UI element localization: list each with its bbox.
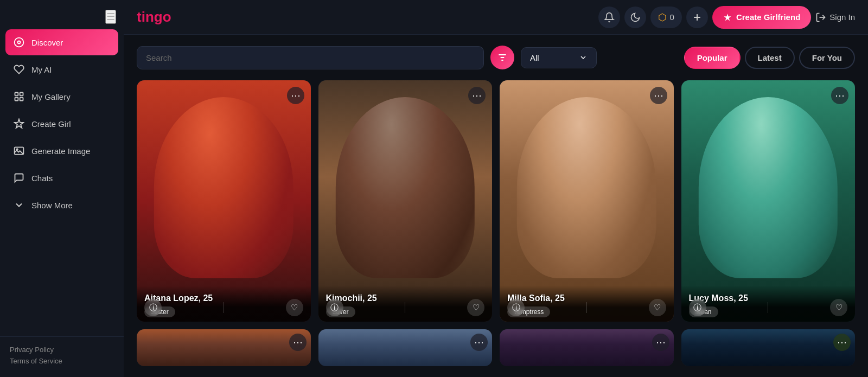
signin-button[interactable]: Sign In [815, 12, 855, 23]
card-more-button-8[interactable]: ⋯ [833, 334, 851, 351]
sort-tab-latest[interactable]: Latest [745, 47, 795, 69]
card-divider-2 [405, 302, 405, 313]
sidebar-item-chats[interactable]: Chats [5, 165, 118, 191]
svg-point-0 [15, 38, 24, 47]
sidebar-footer: Privacy Policy Terms of Service [0, 336, 124, 377]
sidebar-item-show-more[interactable]: Show More [5, 192, 118, 218]
card-bg-5 [137, 329, 311, 366]
svg-point-1 [18, 41, 21, 44]
card-more-button-6[interactable]: ⋯ [470, 334, 488, 351]
sidebar-item-label: My Gallery [31, 92, 71, 101]
signin-label: Sign In [829, 12, 855, 22]
terms-of-service-link[interactable]: Terms of Service [10, 357, 114, 365]
add-button[interactable] [686, 7, 708, 28]
card-more-button-4[interactable]: ⋯ [831, 87, 848, 104]
sparkle-icon [13, 118, 25, 130]
sidebar-item-label: Discover [31, 38, 63, 47]
create-girlfriend-label: Create Girlfriend [736, 12, 800, 22]
svg-rect-2 [15, 93, 18, 96]
card-7[interactable]: ⋯ [500, 329, 674, 366]
logo-text: ingo [142, 9, 171, 25]
sidebar-item-my-ai[interactable]: My AI [5, 56, 118, 82]
search-row: All Popular Latest For You [137, 46, 855, 69]
search-box [137, 46, 484, 69]
sort-tab-for-you[interactable]: For You [799, 47, 855, 69]
privacy-policy-link[interactable]: Privacy Policy [10, 346, 114, 354]
sidebar-item-label: Chats [31, 174, 53, 183]
card-kimochii[interactable]: ⋯ Kimochii, 25 Lover ⓘ ♡ [318, 80, 493, 322]
logo: tingo [137, 9, 171, 25]
card-bg-7 [500, 329, 674, 366]
logo-highlight: t [137, 9, 142, 25]
card-more-button-2[interactable]: ⋯ [468, 87, 486, 104]
card-grid: ⋯ Aitana Lopez, 25 Jester ⓘ ♡ ⋯ [137, 80, 855, 366]
card-milla-sofia[interactable]: ⋯ Milla Sofia, 25 Temptress ⓘ ♡ [500, 80, 674, 322]
svg-rect-5 [20, 98, 23, 101]
coin-icon: ⬡ [658, 11, 667, 23]
card-heart-button-3[interactable]: ♡ [649, 299, 666, 316]
card-figure-1 [154, 97, 293, 278]
category-dropdown[interactable]: All [521, 47, 597, 68]
card-actions-4: ⓘ ♡ [681, 293, 856, 322]
card-more-button-7[interactable]: ⋯ [652, 334, 669, 351]
sort-tabs: Popular Latest For You [684, 47, 855, 69]
card-heart-button-4[interactable]: ♡ [830, 299, 847, 316]
coin-count: 0 [670, 12, 674, 22]
topbar-icons: ⬡ 0 Create Girlfriend Sig [598, 6, 855, 29]
chat-icon [13, 172, 25, 184]
create-girlfriend-button[interactable]: Create Girlfriend [712, 6, 811, 29]
card-more-button-5[interactable]: ⋯ [289, 334, 307, 351]
card-bg-6 [318, 329, 493, 366]
sidebar-item-label: Show More [31, 201, 73, 210]
card-actions-2: ⓘ ♡ [318, 293, 493, 322]
card-divider-3 [586, 302, 587, 313]
main-area: tingo ⬡ 0 [124, 0, 868, 377]
sidebar-item-label: Generate Image [31, 146, 90, 156]
card-actions-3: ⓘ ♡ [500, 293, 674, 322]
sidebar-item-label: Create Girl [31, 119, 71, 129]
sidebar-nav: Discover My AI My Gallery [0, 29, 124, 336]
card-info-button-3[interactable]: ⓘ [507, 299, 525, 316]
card-heart-button-1[interactable]: ♡ [286, 299, 303, 316]
filter-button[interactable] [490, 46, 514, 69]
card-actions-1: ⓘ ♡ [137, 293, 311, 322]
content-area: All Popular Latest For You ⋯ [124, 35, 868, 377]
theme-button[interactable] [624, 7, 646, 28]
sidebar-item-create-girl[interactable]: Create Girl [5, 111, 118, 137]
card-6[interactable]: ⋯ [318, 329, 493, 366]
card-lucy-moss[interactable]: ⋯ Lucy Moss, 25 Mean ⓘ ♡ [681, 80, 856, 322]
card-figure-3 [517, 97, 656, 278]
svg-rect-4 [15, 98, 18, 101]
gallery-icon [13, 91, 25, 103]
card-figure-4 [699, 97, 838, 278]
card-more-button-1[interactable]: ⋯ [287, 87, 304, 104]
card-info-button-2[interactable]: ⓘ [326, 299, 343, 316]
card-info-button-4[interactable]: ⓘ [689, 299, 706, 316]
svg-point-7 [16, 149, 18, 150]
sidebar-item-label: My AI [31, 65, 52, 74]
search-input[interactable] [137, 46, 484, 69]
sidebar-top: ☰ [0, 0, 124, 29]
sort-tab-popular[interactable]: Popular [684, 47, 741, 69]
card-info-button-1[interactable]: ⓘ [144, 299, 162, 316]
card-aitana-lopez[interactable]: ⋯ Aitana Lopez, 25 Jester ⓘ ♡ [137, 80, 311, 322]
chevron-down-icon [13, 199, 25, 211]
category-label: All [530, 53, 539, 62]
card-bg-8 [681, 329, 856, 366]
svg-rect-3 [20, 93, 23, 96]
topbar: tingo ⬡ 0 [124, 0, 868, 35]
sidebar-item-discover[interactable]: Discover [5, 29, 118, 55]
sidebar-item-my-gallery[interactable]: My Gallery [5, 84, 118, 110]
card-5[interactable]: ⋯ [137, 329, 311, 366]
coins-button[interactable]: ⬡ 0 [650, 7, 682, 28]
card-heart-button-2[interactable]: ♡ [467, 299, 484, 316]
hamburger-button[interactable]: ☰ [105, 10, 116, 24]
image-gen-icon [13, 145, 25, 157]
card-8[interactable]: ⋯ [681, 329, 856, 366]
sidebar: ☰ Discover My AI [0, 0, 124, 377]
card-divider-1 [224, 302, 224, 313]
notification-button[interactable] [598, 7, 620, 28]
card-more-button-3[interactable]: ⋯ [650, 87, 667, 104]
card-divider-4 [768, 302, 768, 313]
sidebar-item-generate-image[interactable]: Generate Image [5, 138, 118, 164]
